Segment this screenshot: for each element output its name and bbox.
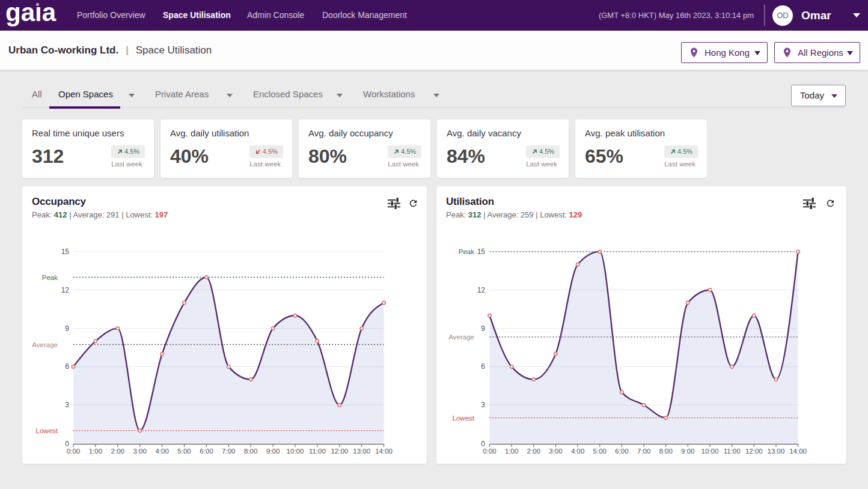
svg-text:12:00: 12:00: [331, 448, 348, 455]
svg-text:5:00: 5:00: [177, 448, 191, 455]
svg-text:14:00: 14:00: [789, 448, 807, 455]
svg-text:11:00: 11:00: [724, 448, 741, 455]
svg-text:6: 6: [65, 362, 69, 371]
svg-text:1:00: 1:00: [89, 448, 102, 455]
svg-text:9:00: 9:00: [681, 448, 694, 455]
svg-text:0: 0: [65, 440, 69, 448]
svg-text:6:00: 6:00: [615, 448, 628, 455]
svg-text:Average: Average: [448, 333, 474, 341]
svg-text:1:00: 1:00: [505, 448, 518, 455]
svg-text:2:00: 2:00: [111, 448, 124, 455]
svg-text:10:00: 10:00: [701, 448, 719, 455]
svg-text:0:00: 0:00: [483, 448, 496, 455]
svg-text:13:00: 13:00: [353, 448, 370, 455]
svg-text:2:00: 2:00: [527, 448, 540, 455]
svg-text:6: 6: [481, 362, 485, 371]
svg-text:8:00: 8:00: [244, 448, 257, 455]
svg-text:9: 9: [481, 324, 485, 333]
svg-text:Peak: Peak: [42, 274, 58, 281]
svg-text:3: 3: [65, 401, 69, 409]
svg-text:6:00: 6:00: [200, 448, 213, 455]
svg-text:9:00: 9:00: [266, 448, 280, 455]
svg-text:3:00: 3:00: [133, 448, 147, 455]
svg-text:Average: Average: [32, 341, 58, 348]
svg-text:12:00: 12:00: [745, 448, 763, 455]
svg-text:7:00: 7:00: [637, 448, 650, 455]
svg-text:12: 12: [61, 286, 70, 294]
svg-text:12: 12: [477, 286, 486, 294]
svg-text:Peak: Peak: [459, 248, 474, 255]
svg-text:15: 15: [477, 248, 486, 256]
svg-text:7:00: 7:00: [222, 448, 235, 455]
svg-text:4:00: 4:00: [155, 448, 168, 455]
svg-text:Lowest: Lowest: [453, 415, 475, 422]
svg-text:3: 3: [481, 401, 485, 409]
svg-text:9: 9: [65, 324, 69, 333]
svg-text:8:00: 8:00: [659, 448, 673, 455]
svg-text:0: 0: [481, 440, 485, 448]
svg-text:0:00: 0:00: [67, 448, 80, 455]
svg-text:3:00: 3:00: [549, 448, 562, 455]
svg-text:15: 15: [61, 248, 70, 256]
svg-text:Lowest: Lowest: [36, 427, 58, 434]
svg-text:13:00: 13:00: [768, 448, 785, 455]
svg-text:14:00: 14:00: [375, 448, 393, 455]
svg-text:11:00: 11:00: [309, 448, 326, 455]
svg-text:5:00: 5:00: [593, 448, 607, 455]
svg-text:4:00: 4:00: [571, 448, 584, 455]
svg-text:10:00: 10:00: [287, 448, 304, 455]
